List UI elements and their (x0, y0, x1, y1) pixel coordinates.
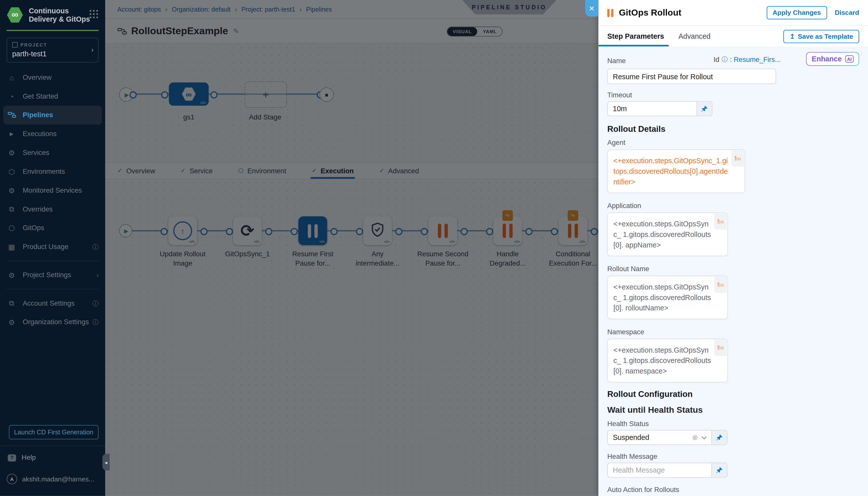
timeout-input[interactable]: 10m (608, 102, 696, 116)
pin-button[interactable] (696, 102, 712, 116)
breadcrumb-account[interactable]: Account: gitops (117, 6, 161, 12)
sidebar-item-pipelines[interactable]: Pipelines (3, 106, 102, 124)
close-panel-button[interactable]: ✕ (585, 0, 599, 17)
node-port[interactable] (330, 228, 338, 235)
step-update-rollout-image[interactable]: ↑ </> (168, 216, 197, 245)
rollout-name-input[interactable]: <+execution.steps.GitOpsSync_ 1.gitops.d… (607, 276, 728, 320)
node-port[interactable] (461, 228, 468, 235)
expression-fx-button[interactable]: f(x) (714, 277, 727, 293)
sidebar-item-project-settings[interactable]: ⚙Project Settings› (0, 266, 105, 284)
breadcrumb-project[interactable]: Project: parth-test1 (242, 6, 295, 12)
chevron-down-icon[interactable] (701, 436, 707, 439)
name-input[interactable]: Resume First Pause for Rollout (607, 69, 776, 84)
node-port[interactable] (265, 228, 273, 235)
panel-header: GitOps Rollout Apply Changes Discard (599, 0, 868, 26)
expression-fx-button[interactable]: f(x) (731, 151, 744, 167)
breadcrumb-organization[interactable]: Organization: default (172, 6, 231, 12)
node-port[interactable] (210, 91, 218, 98)
launch-cd-first-gen-button[interactable]: Launch CD First Generation (9, 425, 98, 439)
sidebar-item-organization-settings[interactable]: ⚙Organization Settingsⓘ (0, 313, 105, 331)
step-id-value[interactable]: : Resume_Firs... (730, 56, 781, 63)
pin-button[interactable] (711, 431, 727, 445)
node-port[interactable] (421, 228, 428, 235)
pin-button[interactable] (711, 463, 727, 477)
tab-service[interactable]: ✓Service (181, 163, 213, 179)
sidebar-item-executions[interactable]: ▶Executions (0, 124, 105, 143)
node-port[interactable] (591, 228, 598, 235)
harness-logo-icon[interactable]: ∞ (6, 6, 23, 23)
wait-until-health-heading: Wait until Health Status (607, 405, 859, 415)
shield-check-icon (370, 222, 385, 239)
health-status-select[interactable]: Suspended (608, 431, 692, 445)
info-icon[interactable]: ⓘ (722, 55, 728, 64)
add-stage-button[interactable]: + (245, 81, 287, 108)
agent-input[interactable]: <+execution.steps.GitOpsSync_1.gitops.di… (607, 150, 745, 193)
node-port[interactable] (291, 228, 298, 235)
sidebar-item-product-usage[interactable]: ▦Product Usageⓘ (0, 237, 105, 256)
execution-start-node[interactable]: ▶ (119, 224, 132, 237)
node-port[interactable] (160, 228, 168, 235)
discard-button[interactable]: Discard (835, 9, 859, 17)
node-port[interactable] (129, 91, 137, 98)
tab-panel-advanced[interactable]: Advanced (679, 26, 711, 46)
step-handle-degraded[interactable]: ↷ </> (493, 216, 522, 245)
tab-overview[interactable]: ✓Overview (117, 163, 155, 179)
project-selector[interactable]: PROJECT parth-test1 › (6, 38, 98, 63)
enhance-ai-button[interactable]: Enhance AI (806, 52, 859, 66)
sidebar-item-overrides[interactable]: ⧉Overrides (0, 200, 105, 219)
check-icon: ✓ (181, 167, 186, 174)
sidebar-item-services[interactable]: ⚙Services (0, 143, 105, 162)
node-port[interactable] (551, 228, 558, 235)
sidebar-item-monitored-services[interactable]: ⚙Monitored Services (0, 181, 105, 200)
gear-icon: ⚙ (6, 271, 17, 279)
step-gitops-sync[interactable]: ⟳ </> (233, 216, 262, 245)
node-port[interactable] (356, 228, 363, 235)
sidebar-item-account-settings[interactable]: ⧉Account Settingsⓘ (0, 294, 105, 313)
step-any-intermediate[interactable]: </> (363, 216, 392, 245)
pipeline-end-node[interactable]: ■ (320, 88, 334, 102)
sidebar-item-get-started[interactable]: ◔Get Started (0, 87, 105, 106)
edit-pencil-icon[interactable]: ✎ (233, 27, 239, 35)
step-resume-first-pause[interactable]: </> (298, 216, 327, 245)
tab-execution[interactable]: ✓Execution (312, 163, 354, 179)
code-icon: </> (189, 240, 195, 244)
module-title: Continuous Delivery & GitOps (29, 6, 90, 23)
breadcrumb-pipelines[interactable]: Pipelines (306, 6, 332, 12)
executions-icon: ▶ (6, 131, 17, 137)
expression-fx-button[interactable]: f(x) (714, 340, 727, 356)
node-port[interactable] (525, 228, 533, 235)
sidebar-item-gitops[interactable]: ⎔GitOps (0, 219, 105, 237)
yaml-toggle[interactable]: YAML (477, 27, 502, 36)
stage-node-gs1[interactable]: ∞ </> (169, 82, 208, 106)
divider (6, 289, 98, 290)
user-account[interactable]: Aakshit.madan@harnes... (0, 462, 105, 484)
sidebar-collapse-handle[interactable]: ◀ (103, 454, 110, 470)
node-port[interactable] (201, 228, 208, 235)
node-port[interactable] (161, 91, 168, 98)
sidebar-item-environments[interactable]: ⬡Environments (0, 162, 105, 181)
node-port[interactable] (395, 228, 403, 235)
node-port[interactable] (486, 228, 493, 235)
visual-toggle[interactable]: VISUAL (447, 27, 477, 36)
tab-environment[interactable]: ⬡Environment (238, 163, 286, 179)
save-as-template-button[interactable]: ↥ Save as Template (784, 30, 859, 43)
help-item[interactable]: ?Help (0, 446, 105, 462)
tab-step-parameters[interactable]: Step Parameters (607, 26, 664, 46)
tab-advanced[interactable]: ✓Advanced (379, 163, 419, 179)
conditional-badge-icon: ↷ (568, 210, 578, 221)
step-resume-second-pause[interactable]: </> (429, 216, 457, 245)
sidebar-item-overview[interactable]: ⌂Overview (0, 68, 105, 87)
step-conditional-execution[interactable]: ↷ </> (559, 216, 587, 245)
code-icon: </> (319, 240, 325, 244)
health-message-input[interactable]: Health Message (608, 463, 711, 477)
apply-changes-button[interactable]: Apply Changes (766, 6, 827, 19)
expression-fx-button[interactable]: f(x) (714, 214, 727, 230)
pipeline-studio-badge: PIPELINE STUDIO (462, 0, 556, 14)
module-switcher-icon[interactable] (90, 10, 98, 19)
namespace-input[interactable]: <+execution.steps.GitOpsSync_ 1.gitops.d… (607, 339, 728, 383)
clear-icon[interactable]: ⊗ (692, 433, 698, 442)
application-input[interactable]: <+execution.steps.GitOpsSync_ 1.gitops.d… (607, 213, 728, 256)
chevron-right-icon: › (91, 46, 94, 54)
namespace-label: Namespace (607, 328, 859, 336)
node-port[interactable] (226, 228, 233, 235)
